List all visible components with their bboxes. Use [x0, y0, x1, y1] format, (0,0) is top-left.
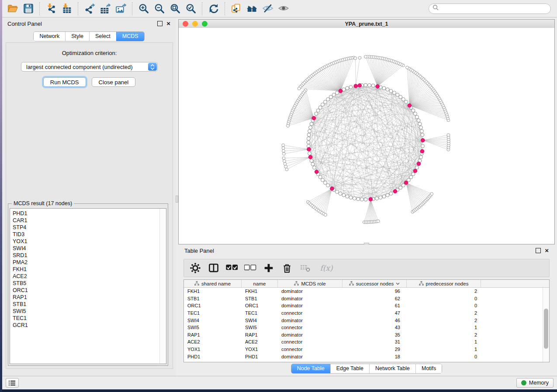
show-panels-button[interactable] [6, 378, 19, 388]
column-header-name[interactable]: name [242, 280, 278, 287]
zoom-fit-button[interactable] [167, 1, 183, 17]
mcds-result-item[interactable]: SWI4 [13, 245, 159, 252]
clone-network-button[interactable] [228, 1, 244, 17]
export-table-button[interactable] [97, 1, 113, 17]
settings-button[interactable] [189, 262, 201, 274]
mcds-result-item[interactable]: RAP1 [13, 294, 159, 301]
table-row-FKH1[interactable]: FKH1FKH1dominator962 [184, 288, 543, 295]
table-row-SWI4[interactable]: SWI4SWI4dominator462 [184, 316, 543, 324]
column-header-successor-nodes[interactable]: successor nodes [343, 280, 407, 287]
optimization-criterion-select[interactable]: largest connected component (undirected) [21, 62, 158, 72]
zoom-in-button[interactable] [136, 1, 152, 17]
table-row-YOX1[interactable]: YOX1YOX1connector291 [184, 346, 543, 353]
cell-successor_nodes: 62 [343, 296, 407, 301]
save-button[interactable] [21, 1, 36, 17]
table-row-PHD1[interactable]: PHD1PHD1dominator180 [184, 353, 543, 360]
import-table-button[interactable] [59, 1, 75, 17]
show-all-button[interactable] [276, 1, 291, 17]
tab-network[interactable]: Network [34, 32, 65, 41]
table-row-ACE2[interactable]: ACE2ACE2connector311 [184, 338, 543, 346]
mcds-result-item[interactable]: YOX1 [13, 238, 159, 245]
refresh-button[interactable] [206, 1, 221, 17]
mcds-result-item[interactable]: ACE2 [13, 273, 159, 280]
table-row-TEC1[interactable]: TEC1TEC1connector472 [184, 309, 543, 317]
mcds-result-item[interactable]: STB1 [13, 301, 159, 308]
table-row-ORC1[interactable]: ORC1ORC1dominator610 [184, 302, 543, 309]
first-neighbors-button[interactable] [244, 1, 260, 17]
mcds-result-item[interactable]: PMA2 [13, 259, 159, 266]
export-network-button[interactable] [82, 1, 97, 17]
close-table-panel-icon[interactable]: × [545, 248, 549, 253]
cell-name: PHD1 [242, 354, 278, 359]
tab-node-table[interactable]: Node Table [291, 364, 330, 373]
column-header-MCDS-role[interactable]: MCDS role [278, 280, 343, 287]
deselect-all-button[interactable] [244, 262, 256, 274]
column-header-predecessor-nodes[interactable]: predecessor nodes [407, 280, 481, 287]
close-panel-button[interactable]: Close panel [92, 77, 136, 87]
search-input[interactable] [429, 3, 551, 14]
run-mcds-button[interactable]: Run MCDS [43, 77, 86, 87]
select-all-button[interactable] [226, 262, 238, 274]
mcds-result-item[interactable]: STB5 [13, 280, 159, 287]
table-row-RAP1[interactable]: RAP1RAP1dominator352 [184, 331, 543, 339]
tab-network-table[interactable]: Network Table [369, 364, 415, 373]
cell-predecessor_nodes: 1 [407, 339, 481, 344]
select-stepper-icon [148, 63, 157, 71]
columns-button[interactable] [208, 262, 220, 274]
toolbar-separator [78, 2, 79, 15]
tab-motifs[interactable]: Motifs [415, 364, 442, 373]
mcds-panel: Optimization criterion: largest connecte… [6, 42, 173, 369]
open-folder-button[interactable] [5, 1, 21, 17]
mcds-result-list[interactable]: PHD1CAR1STP4TID3YOX1SWI4SRD1PMA2FKH1ACE2… [10, 208, 166, 364]
table-tabs: Node TableEdge TableNetwork TableMotifs [291, 364, 443, 374]
mcds-result-item[interactable]: PHD1 [13, 210, 159, 217]
tab-mcds[interactable]: MCDS [116, 32, 144, 41]
main-toolbar [2, 0, 557, 17]
column-header-shared-name[interactable]: shared name [184, 280, 242, 287]
mcds-result-item[interactable]: TEC1 [13, 315, 159, 322]
tab-style[interactable]: Style [65, 32, 89, 41]
mcds-result-item[interactable]: FKH1 [13, 266, 159, 273]
mcds-result-item[interactable]: SWI5 [13, 308, 159, 315]
table-scrollbar-thumb[interactable] [544, 309, 548, 349]
first-neighbors-icon [246, 3, 258, 14]
export-table-icon [100, 3, 111, 14]
network-canvas[interactable] [179, 28, 554, 244]
delete-table-button[interactable] [299, 262, 311, 274]
export-image-button[interactable] [113, 1, 129, 17]
close-panel-icon[interactable]: × [166, 21, 170, 26]
hide-selected-button[interactable] [260, 1, 276, 17]
network-window-titlebar[interactable]: YPA_prune.txt_1 [179, 20, 554, 28]
add-button[interactable] [263, 262, 275, 274]
mcds-result-item[interactable]: ORC1 [13, 287, 159, 294]
table-row-STB1[interactable]: STB1STB1dominator620 [184, 295, 543, 303]
memory-button[interactable]: Memory [516, 378, 554, 388]
mcds-result-item[interactable]: GCR1 [13, 322, 159, 329]
mcds-list-scrollbar[interactable] [159, 209, 166, 364]
mcds-result-item[interactable]: SRD1 [13, 252, 159, 259]
cell-shared_name: TEC1 [184, 310, 242, 316]
delete-button[interactable] [281, 262, 293, 274]
tab-edge-table[interactable]: Edge Table [330, 364, 369, 373]
cell-name: TEC1 [242, 310, 278, 316]
import-network-button[interactable] [43, 1, 59, 17]
tab-select[interactable]: Select [89, 32, 116, 41]
cell-predecessor_nodes: 0 [407, 354, 481, 359]
cell-name: RAP1 [242, 332, 278, 337]
mcds-result-item[interactable]: CAR1 [13, 217, 159, 224]
float-table-panel-icon[interactable] [536, 248, 541, 253]
import-network-icon [45, 3, 57, 14]
zoom-out-button[interactable] [152, 1, 167, 17]
float-panel-icon[interactable] [157, 21, 163, 26]
table-row-SWI5[interactable]: SWI5SWI5connector431 [184, 324, 543, 331]
mcds-result-item[interactable]: STP4 [13, 224, 159, 231]
zoom-selected-button[interactable] [183, 1, 199, 17]
fx-button[interactable]: f(x) [318, 262, 335, 274]
table-scrollbar[interactable] [543, 288, 549, 362]
mcds-result-item[interactable]: TID3 [13, 231, 159, 238]
network-graph[interactable] [179, 28, 554, 244]
export-network-icon [84, 3, 95, 14]
cell-shared_name: ORC1 [184, 303, 242, 308]
cell-successor_nodes: 18 [343, 354, 407, 359]
cell-successor_nodes: 47 [343, 310, 407, 316]
